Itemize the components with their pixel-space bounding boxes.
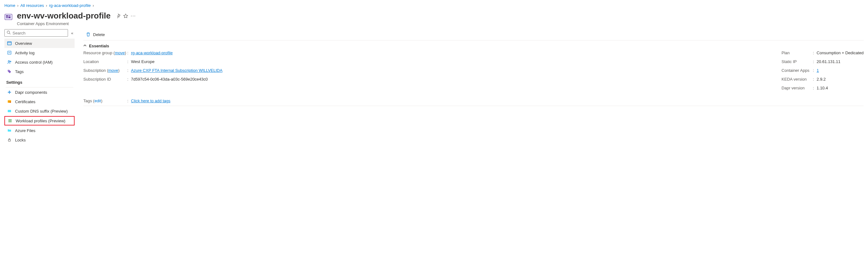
tags-row: Tags (edit) : Click here to add tags xyxy=(83,93,864,106)
kv-location: Location : West Europe xyxy=(83,59,271,65)
page-title: env-wv-workload-profile xyxy=(17,11,111,21)
sidebar-item-certificates[interactable]: Certificates xyxy=(4,97,74,106)
page-header: env-wv-workload-profile ··· Container Ap… xyxy=(0,9,868,29)
plan-value: Consumption + Dedicated xyxy=(816,50,864,56)
essentials-toggle[interactable]: Essentials xyxy=(83,40,864,50)
breadcrumb-home[interactable]: Home xyxy=(4,3,16,8)
kv-subscription-id: Subscription ID : 7d597c54-0c06-43da-a03… xyxy=(83,77,271,82)
dapr-value: 1.10.4 xyxy=(816,85,828,91)
chevron-right-icon: › xyxy=(92,3,94,8)
sidebar-item-label: Tags xyxy=(15,69,24,74)
svg-line-6 xyxy=(9,33,10,34)
essentials-grid: Resource group (move) : rg-aca-workload-… xyxy=(83,50,864,93)
sidebar-heading-settings: Settings xyxy=(4,76,74,86)
chevron-down-icon xyxy=(83,44,87,48)
pin-icon[interactable] xyxy=(116,13,121,19)
dns-icon xyxy=(7,109,12,114)
sidebar-item-label: Access control (IAM) xyxy=(15,60,53,65)
kv-plan: Plan : Consumption + Dedicated xyxy=(781,50,864,56)
locks-icon xyxy=(7,137,12,142)
sidebar-item-label: Azure Files xyxy=(15,128,35,133)
sidebar-item-azure-files[interactable]: Azure Files xyxy=(4,126,74,135)
keda-value: 2.9.2 xyxy=(816,77,826,82)
subscription-link[interactable]: Azure CXP FTA Internal Subscription WILL… xyxy=(131,68,222,73)
svg-rect-18 xyxy=(8,110,11,112)
search-icon xyxy=(7,30,11,35)
certificates-icon xyxy=(7,99,12,104)
svg-point-12 xyxy=(8,60,9,62)
static-ip-value: 20.61.131.11 xyxy=(816,59,840,65)
svg-point-15 xyxy=(9,92,10,93)
delete-label: Delete xyxy=(93,32,105,37)
collapse-sidebar-icon[interactable]: « xyxy=(70,29,74,37)
sidebar-item-label: Activity log xyxy=(15,51,34,55)
svg-rect-4 xyxy=(8,17,11,18)
dapr-icon xyxy=(7,90,12,95)
resource-type-label: Container Apps Environment xyxy=(17,21,136,26)
kv-resource-group: Resource group (move) : rg-aca-workload-… xyxy=(83,50,271,56)
svg-point-13 xyxy=(10,61,11,62)
kv-static-ip: Static IP : 20.61.131.11 xyxy=(781,59,864,65)
sidebar-item-workload-profiles[interactable]: Workload profiles (Preview) xyxy=(4,116,74,125)
azure-files-icon xyxy=(7,128,12,133)
delete-button[interactable]: Delete xyxy=(83,32,107,38)
location-value: West Europe xyxy=(131,59,154,65)
svg-point-14 xyxy=(8,70,9,71)
breadcrumb-all-resources[interactable]: All resources xyxy=(20,3,44,8)
container-apps-link[interactable]: 1 xyxy=(816,68,819,73)
container-apps-env-icon xyxy=(4,13,12,21)
activity-log-icon xyxy=(7,50,12,55)
sidebar-item-label: Overview xyxy=(15,41,32,46)
sidebar-item-access-control[interactable]: Access control (IAM) xyxy=(4,57,74,67)
resource-group-link[interactable]: rg-aca-workload-profile xyxy=(131,51,173,55)
sidebar-item-label: Custom DNS suffix (Preview) xyxy=(15,109,68,114)
sidebar-item-label: Certificates xyxy=(15,100,35,104)
sidebar-search[interactable] xyxy=(4,29,68,37)
overview-icon xyxy=(7,41,12,46)
kv-container-apps: Container Apps : 1 xyxy=(781,68,864,74)
svg-rect-9 xyxy=(8,51,11,55)
more-icon[interactable]: ··· xyxy=(131,13,136,19)
access-control-icon xyxy=(7,60,12,65)
workload-profiles-icon xyxy=(7,118,12,123)
chevron-right-icon: › xyxy=(46,3,47,8)
sidebar-item-custom-dns-suffix[interactable]: Custom DNS suffix (Preview) xyxy=(4,106,74,116)
kv-subscription: Subscription (move) : Azure CXP FTA Inte… xyxy=(83,68,271,74)
sidebar-item-overview[interactable]: Overview xyxy=(4,38,74,48)
svg-rect-7 xyxy=(7,42,11,45)
breadcrumb-rg[interactable]: rg-aca-workload-profile xyxy=(49,3,91,8)
kv-keda: KEDA version : 2.9.2 xyxy=(781,77,864,82)
svg-rect-2 xyxy=(8,16,11,17)
sidebar-item-label: Dapr components xyxy=(15,90,47,95)
tags-icon xyxy=(7,69,12,74)
chevron-right-icon: › xyxy=(17,3,19,8)
svg-rect-22 xyxy=(8,140,11,141)
edit-tags-link[interactable]: edit xyxy=(94,98,101,103)
svg-point-5 xyxy=(7,31,10,33)
svg-point-17 xyxy=(10,102,11,103)
sidebar-item-dapr-components[interactable]: Dapr components xyxy=(4,87,74,97)
move-rg-link[interactable]: move xyxy=(115,51,125,55)
command-bar: Delete xyxy=(83,29,864,40)
sidebar: « Overview Activity log Access control (… xyxy=(4,29,74,145)
svg-rect-1 xyxy=(6,16,8,17)
sidebar-item-tags[interactable]: Tags xyxy=(4,67,74,76)
svg-rect-3 xyxy=(6,17,8,18)
add-tags-link[interactable]: Click here to add tags xyxy=(131,98,170,103)
delete-icon xyxy=(86,32,91,38)
sidebar-item-label: Workload profiles (Preview) xyxy=(16,118,65,123)
essentials-heading: Essentials xyxy=(89,44,109,48)
search-input[interactable] xyxy=(12,31,66,35)
sidebar-item-locks[interactable]: Locks xyxy=(4,135,74,145)
subscription-id-value: 7d597c54-0c06-43da-a03c-569e20ce43c0 xyxy=(131,77,208,82)
move-sub-link[interactable]: move xyxy=(108,68,118,73)
breadcrumb: Home › All resources › rg-aca-workload-p… xyxy=(0,0,868,9)
sidebar-item-activity-log[interactable]: Activity log xyxy=(4,48,74,57)
sidebar-item-label: Locks xyxy=(15,138,26,142)
star-icon[interactable] xyxy=(123,13,128,19)
kv-dapr: Dapr version : 1.10.4 xyxy=(781,85,864,91)
main-content: Delete Essentials Resource group (move) … xyxy=(74,29,864,145)
